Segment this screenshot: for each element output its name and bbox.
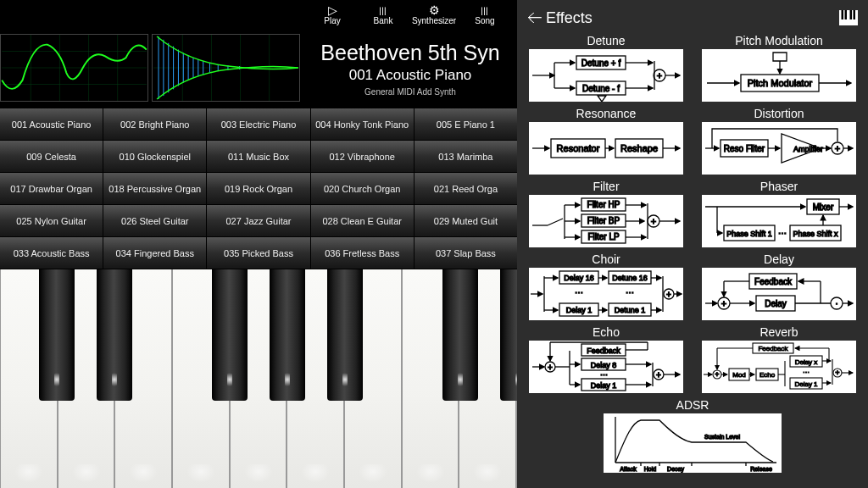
svg-text:Mixer: Mixer <box>813 202 834 212</box>
piano-icon[interactable] <box>839 10 858 25</box>
instrument-cell[interactable]: 001 Acoustic Piano <box>0 108 103 140</box>
black-key[interactable] <box>270 269 305 401</box>
instrument-cell[interactable]: 010 Glockenspiel <box>103 141 206 172</box>
instrument-cell[interactable]: 025 Nylon Guitar <box>0 205 103 236</box>
instrument-cell[interactable]: 021 Reed Orga <box>415 173 517 204</box>
top-toolbar: ▷ Play ⫼ Bank ⚙ Synthesizer ⫼ Song <box>0 0 517 29</box>
fx-adsr[interactable]: ADSR Attack Hold Decay Sustain Level Rel… <box>527 398 858 473</box>
svg-text:+: + <box>657 70 662 80</box>
instrument-cell[interactable]: 012 Vibraphone <box>311 141 414 172</box>
song-info: Beethoven 5th Syn 001 Acoustic Piano Gen… <box>303 34 517 103</box>
instrument-cell[interactable]: 011 Music Box <box>207 141 309 172</box>
fx-resonance[interactable]: Resonance Resonator Reshape <box>527 107 685 175</box>
bank-button[interactable]: ⫼ Bank <box>358 0 409 29</box>
svg-text:+: + <box>721 298 726 308</box>
svg-text:Detune - f: Detune - f <box>582 84 620 93</box>
play-icon: ▷ <box>328 4 337 16</box>
pitchmod-diagram-icon: Pitch Modulator <box>702 49 856 102</box>
bank-icon: ⫼ <box>377 4 389 16</box>
black-key[interactable] <box>327 269 363 401</box>
instrument-cell[interactable]: 019 Rock Organ <box>207 173 309 204</box>
instrument-cell[interactable]: 036 Fretless Bass <box>311 237 414 269</box>
fx-echo[interactable]: Echo + Feedback Delay 8 ⋯ Delay 1 <box>527 325 685 393</box>
svg-text:+: + <box>666 290 671 299</box>
svg-text:Filter HP: Filter HP <box>587 200 620 209</box>
song-button[interactable]: ⫼ Song <box>459 0 510 29</box>
back-button[interactable]: 🡠 <box>527 9 546 27</box>
svg-text:Decay: Decay <box>667 466 684 473</box>
echo-diagram-icon: + Feedback Delay 8 ⋯ Delay 1 + <box>529 341 683 393</box>
fx-detune[interactable]: Detune Detune + f Detune - f + <box>527 34 685 102</box>
phaser-diagram-icon: Mixer Phase Shift 1 ⋯ Phase Shift x <box>702 195 856 247</box>
instrument-cell[interactable]: 028 Clean E Guitar <box>311 205 414 236</box>
instrument-cell[interactable]: 026 Steel Guitar <box>103 205 206 236</box>
svg-text:Delay x: Delay x <box>795 358 818 366</box>
svg-text:Delay 1: Delay 1 <box>591 381 617 390</box>
black-key[interactable] <box>212 269 248 401</box>
black-key[interactable] <box>97 269 132 401</box>
synth-label: Synthesizer <box>412 16 456 25</box>
instrument-cell[interactable]: 034 Fingered Bass <box>103 237 206 269</box>
svg-text:+: + <box>656 370 661 380</box>
svg-text:+: + <box>835 143 840 153</box>
instrument-cell[interactable]: 027 Jazz Guitar <box>207 205 309 236</box>
svg-text:Reso Filter: Reso Filter <box>724 144 765 153</box>
black-key[interactable] <box>500 269 517 401</box>
svg-text:Echo: Echo <box>760 371 776 379</box>
adsr-diagram-icon: Attack Hold Decay Sustain Level Release <box>604 413 782 473</box>
instrument-cell[interactable]: 037 Slap Bass <box>415 237 517 269</box>
svg-text:Resonator: Resonator <box>557 143 600 153</box>
song-icon: ⫼ <box>479 4 491 16</box>
synth-button[interactable]: ⚙ Synthesizer <box>409 0 459 29</box>
resonance-diagram-icon: Resonator Reshape <box>529 122 683 175</box>
svg-text:Hold: Hold <box>644 466 657 472</box>
svg-text:Mod: Mod <box>732 371 746 379</box>
song-subtitle: General MIDI Add Synth <box>364 87 456 97</box>
fx-phaser[interactable]: Phaser Mixer Phase Shift 1 ⋯ Phase Shift… <box>700 180 858 247</box>
instrument-cell[interactable]: 005 E Piano 1 <box>415 108 517 140</box>
envelope-scope[interactable] <box>152 34 300 102</box>
instrument-cell[interactable]: 004 Honky Tonk Piano <box>311 108 414 140</box>
instrument-cell[interactable]: 020 Church Organ <box>311 173 414 204</box>
instrument-cell[interactable]: 033 Acoustic Bass <box>0 237 103 269</box>
svg-text:⋯: ⋯ <box>626 288 634 297</box>
svg-text:+: + <box>548 363 553 372</box>
instrument-cell[interactable]: 035 Picked Bass <box>207 237 309 269</box>
piano-keyboard[interactable] <box>0 269 517 488</box>
svg-text:·: · <box>835 298 837 308</box>
svg-line-68 <box>548 219 563 225</box>
black-key[interactable] <box>442 269 478 401</box>
svg-text:Release: Release <box>750 466 772 472</box>
waveform-scope[interactable] <box>0 34 148 102</box>
instrument-grid: 001 Acoustic Piano002 Bright Piano003 El… <box>0 108 517 269</box>
svg-text:Reshape: Reshape <box>620 143 658 153</box>
svg-rect-28 <box>842 10 844 19</box>
svg-text:Feedback: Feedback <box>587 347 620 355</box>
svg-text:Amplifier: Amplifier <box>793 145 823 153</box>
fx-filter[interactable]: Filter Filter HP Filter BP Filter LP <box>527 180 685 247</box>
svg-rect-29 <box>845 10 848 19</box>
fx-delay[interactable]: Delay + Delay · Feedback <box>700 252 858 320</box>
effects-title: Effects <box>546 9 839 27</box>
instrument-cell[interactable]: 018 Percussive Organ <box>103 173 206 204</box>
instrument-cell[interactable]: 017 Drawbar Organ <box>0 173 103 204</box>
fx-choir[interactable]: Choir Delay 16 Detune 16 ⋯ ⋯ Delay 1 <box>527 252 685 320</box>
main-area: ▷ Play ⫼ Bank ⚙ Synthesizer ⫼ Song <box>0 0 517 488</box>
fx-pitch-modulation[interactable]: Pitch Modulation Pitch Modulator <box>700 34 858 102</box>
effects-header: 🡠 Effects <box>527 5 858 30</box>
play-button[interactable]: ▷ Play <box>307 0 358 29</box>
instrument-cell[interactable]: 009 Celesta <box>0 141 103 172</box>
fx-reverb[interactable]: Reverb + Mod Echo Delay x ⋯ Delay 1 <box>700 325 858 393</box>
black-key[interactable] <box>39 269 75 401</box>
instrument-cell[interactable]: 029 Muted Guit <box>415 205 517 236</box>
instrument-cell[interactable]: 002 Bright Piano <box>103 108 206 140</box>
svg-text:Attack: Attack <box>620 466 637 472</box>
scope-row: Beethoven 5th Syn 001 Acoustic Piano Gen… <box>0 34 517 103</box>
song-label: Song <box>475 16 494 25</box>
svg-text:Filter BP: Filter BP <box>587 216 620 225</box>
fx-distortion[interactable]: Distortion Reso Filter Amplifier + <box>700 107 858 175</box>
instrument-cell[interactable]: 003 Electric Piano <box>207 108 309 140</box>
instrument-cell[interactable]: 013 Marimba <box>415 141 517 172</box>
effects-panel: 🡠 Effects Detune Detune + f <box>517 0 868 488</box>
svg-text:Delay 8: Delay 8 <box>591 361 617 369</box>
